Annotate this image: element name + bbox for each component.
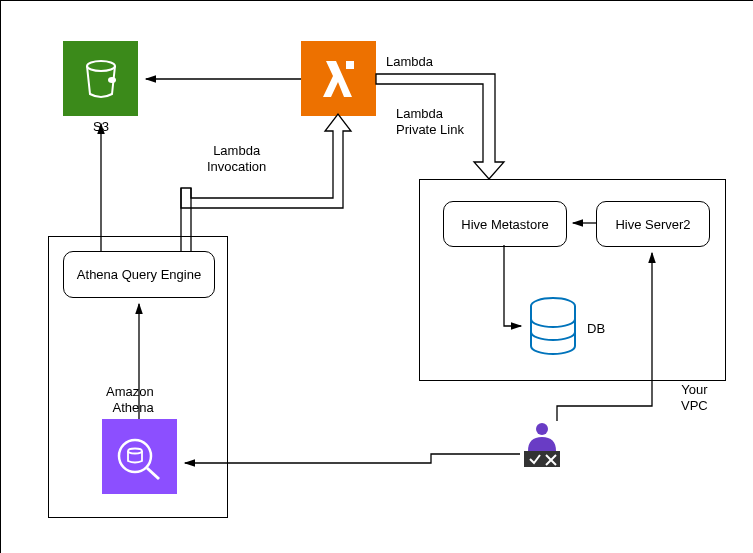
db-label: DB: [587, 321, 605, 337]
svg-point-7: [536, 423, 548, 435]
user-icon: [520, 421, 564, 473]
amazon-athena-label: Amazon Athena: [106, 384, 154, 415]
lambda-invocation-label: Lambda Invocation: [207, 143, 266, 174]
svg-point-4: [128, 449, 142, 454]
lambda-label: Lambda: [386, 54, 433, 70]
svg-point-0: [87, 61, 115, 71]
athena-icon: [102, 419, 177, 494]
architecture-diagram: S3 Lambda Athena Query Engine Amazon Ath…: [0, 0, 753, 553]
hive-metastore-text: Hive Metastore: [461, 217, 548, 232]
s3-icon: [63, 41, 138, 116]
hive-server2-text: Hive Server2: [615, 217, 690, 232]
svg-line-5: [147, 468, 159, 479]
hive-metastore-box: Hive Metastore: [443, 201, 567, 247]
database-icon: [526, 296, 581, 365]
athena-query-engine-text: Athena Query Engine: [77, 267, 201, 282]
athena-query-engine-box: Athena Query Engine: [63, 251, 215, 298]
svg-point-1: [108, 77, 116, 83]
svg-rect-2: [346, 61, 354, 69]
lambda-icon: [301, 41, 376, 116]
s3-label: S3: [93, 119, 109, 135]
lambda-private-link-label: Lambda Private Link: [396, 106, 464, 137]
your-vpc-label: Your VPC: [681, 382, 708, 413]
svg-point-3: [119, 440, 151, 472]
hive-server2-box: Hive Server2: [596, 201, 710, 247]
